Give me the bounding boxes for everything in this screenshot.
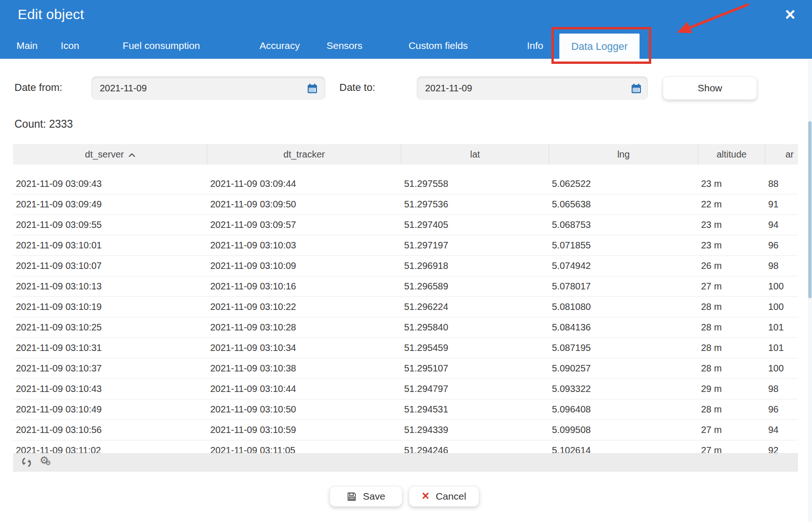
table-cell: 2021-11-09 03:09:50: [207, 194, 401, 214]
table-cell: 2021-11-09 03:10:22: [207, 297, 401, 317]
sort-asc-icon: [129, 153, 135, 157]
calendar-icon[interactable]: [307, 83, 318, 94]
table-cell: 51.294531: [401, 399, 549, 419]
table-cell: 91: [765, 194, 798, 214]
table-cell: 5.068753: [549, 215, 698, 235]
data-logger-table: dt_server dt_tracker lat lng altitude ar…: [13, 144, 798, 453]
table-cell: 2021-11-09 03:10:09: [207, 256, 401, 276]
table-cell: 5.096408: [549, 399, 698, 419]
calendar-icon[interactable]: [631, 83, 642, 94]
table-cell: 2021-11-09 03:10:13: [13, 276, 207, 296]
table-cell: 5.062522: [549, 174, 698, 194]
table-cell: 51.296224: [401, 297, 549, 317]
column-header-lng[interactable]: lng: [549, 144, 698, 165]
table-cell: 2021-11-09 03:10:01: [13, 235, 207, 255]
table-cell: 51.295459: [401, 338, 549, 358]
date-from-input[interactable]: [91, 76, 325, 100]
table-cell: 5.102614: [549, 440, 698, 453]
table-cell: 27 m: [698, 420, 765, 440]
table-cell: 22 m: [698, 194, 765, 214]
table-cell: 92: [765, 440, 798, 453]
tab-accuracy[interactable]: Accuracy: [260, 40, 300, 51]
column-header-altitude[interactable]: altitude: [698, 144, 765, 165]
table-row[interactable]: 2021-11-09 03:10:432021-11-09 03:10:4451…: [13, 379, 798, 399]
table-cell: 2021-11-09 03:10:37: [13, 358, 207, 378]
vertical-scrollbar[interactable]: [808, 60, 812, 522]
column-header-dt-tracker[interactable]: dt_tracker: [207, 144, 401, 165]
table-row[interactable]: 2021-11-09 03:10:012021-11-09 03:10:0351…: [13, 235, 798, 256]
table-row[interactable]: 2021-11-09 03:10:372021-11-09 03:10:3851…: [13, 358, 798, 379]
table-row[interactable]: 2021-11-09 03:10:192021-11-09 03:10:2251…: [13, 297, 798, 317]
column-header-lat[interactable]: lat: [401, 144, 549, 165]
tab-data-logger[interactable]: Data Logger: [559, 34, 640, 59]
table-cell: 2021-11-09 03:10:16: [207, 276, 401, 296]
table-row[interactable]: 2021-11-09 03:11:022021-11-09 03:11:0551…: [13, 440, 798, 453]
table-row[interactable]: 2021-11-09 03:10:562021-11-09 03:10:5951…: [13, 420, 798, 440]
table-cell: 28 m: [698, 399, 765, 419]
table-cell: 98: [765, 256, 798, 276]
table-cell: 98: [765, 379, 798, 399]
tab-info[interactable]: Info: [527, 40, 543, 51]
red-x-icon: ×: [422, 490, 429, 502]
table-cell: 2021-11-09 03:10:34: [207, 338, 401, 358]
tab-icon[interactable]: Icon: [61, 40, 79, 51]
table-cell: 5.078017: [549, 276, 698, 296]
table-row[interactable]: 2021-11-09 03:09:492021-11-09 03:09:5051…: [13, 194, 798, 215]
table-cell: 51.296918: [401, 256, 549, 276]
table-cell: 28 m: [698, 338, 765, 358]
table-row[interactable]: 2021-11-09 03:10:312021-11-09 03:10:3451…: [13, 338, 798, 358]
table-cell: 101: [765, 317, 798, 337]
date-from-label: Date from:: [14, 82, 62, 94]
table-row[interactable]: 2021-11-09 03:10:132021-11-09 03:10:1651…: [13, 276, 798, 297]
table-row[interactable]: 2021-11-09 03:09:552021-11-09 03:09:5751…: [13, 215, 798, 235]
column-header-dt-server[interactable]: dt_server: [13, 144, 207, 165]
table-row[interactable]: 2021-11-09 03:10:492021-11-09 03:10:5051…: [13, 399, 798, 420]
gears-icon[interactable]: ⚙⚙: [40, 456, 52, 468]
table-cell: 5.074942: [549, 256, 698, 276]
date-to-input[interactable]: [417, 76, 648, 100]
show-button[interactable]: Show: [663, 76, 757, 100]
tab-fuel-consumption[interactable]: Fuel consumption: [123, 40, 200, 51]
table-cell: 2021-11-09 03:10:19: [13, 297, 207, 317]
refresh-icon[interactable]: [21, 456, 33, 468]
table-cell: 27 m: [698, 276, 765, 296]
table-cell: 100: [765, 358, 798, 378]
scrollbar-thumb[interactable]: [808, 121, 812, 298]
table-cell: 23 m: [698, 174, 765, 194]
table-cell: 26 m: [698, 256, 765, 276]
table-cell: 51.297405: [401, 215, 549, 235]
table-cell: 51.295840: [401, 317, 549, 337]
save-button[interactable]: Save: [330, 486, 402, 507]
table-cell: 2021-11-09 03:09:44: [207, 174, 401, 194]
table-cell: 96: [765, 399, 798, 419]
table-row[interactable]: 2021-11-09 03:10:252021-11-09 03:10:2851…: [13, 317, 798, 338]
table-cell: 23 m: [698, 235, 765, 255]
table-cell: 2021-11-09 03:10:43: [13, 379, 207, 399]
tab-main[interactable]: Main: [16, 40, 38, 51]
table-body: 2021-11-09 03:09:432021-11-09 03:09:4451…: [13, 165, 798, 453]
edit-object-dialog: Edit object × Main Icon Fuel consumption…: [0, 0, 812, 522]
tab-custom-fields[interactable]: Custom fields: [408, 40, 468, 51]
table-cell: 5.081080: [549, 297, 698, 317]
date-to-label: Date to:: [339, 82, 375, 94]
table-cell: 101: [765, 338, 798, 358]
cancel-button[interactable]: × Cancel: [409, 486, 479, 507]
table-cell: 5.099508: [549, 420, 698, 440]
table-cell: 5.093322: [549, 379, 698, 399]
close-icon[interactable]: ×: [779, 4, 801, 25]
table-toolbar: ⚙⚙: [13, 453, 798, 472]
table-cell: 51.297558: [401, 174, 549, 194]
table-cell: 2021-11-09 03:10:44: [207, 379, 401, 399]
table-cell: 51.294339: [401, 420, 549, 440]
tab-sensors[interactable]: Sensors: [326, 40, 362, 51]
table-row[interactable]: 2021-11-09 03:10:072021-11-09 03:10:0951…: [13, 256, 798, 276]
table-cell: 51.294797: [401, 379, 549, 399]
table-cell: 2021-11-09 03:10:49: [13, 399, 207, 419]
table-cell: 23 m: [698, 215, 765, 235]
table-row[interactable]: 2021-11-09 03:09:432021-11-09 03:09:4451…: [13, 174, 798, 194]
table-cell: 100: [765, 297, 798, 317]
table-cell: 5.065638: [549, 194, 698, 214]
table-cell: 96: [765, 235, 798, 255]
table-cell: 88: [765, 174, 798, 194]
column-header-ar[interactable]: ar: [765, 144, 798, 165]
